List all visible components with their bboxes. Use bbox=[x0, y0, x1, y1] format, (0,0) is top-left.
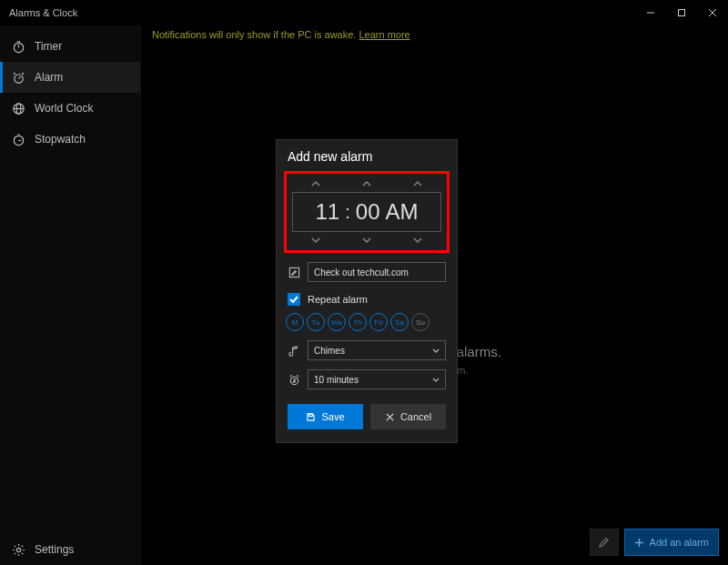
snooze-icon bbox=[288, 373, 300, 386]
time-colon: : bbox=[345, 202, 350, 223]
timer-icon bbox=[11, 39, 25, 54]
svg-line-8 bbox=[18, 76, 20, 78]
repeat-label: Repeat alarm bbox=[308, 294, 368, 305]
sidebar-item-label: Alarm bbox=[35, 71, 63, 84]
minimize-button[interactable] bbox=[635, 0, 666, 25]
close-button[interactable] bbox=[697, 0, 728, 25]
ampm-down[interactable] bbox=[399, 234, 436, 247]
add-alarm-dialog: Add new alarm 11 : 00 AM bbox=[276, 139, 458, 443]
sidebar: Timer Alarm World Clock Stopwatch Settin… bbox=[0, 25, 141, 565]
sound-select[interactable]: Chimes bbox=[308, 340, 446, 360]
day-thu[interactable]: Th bbox=[349, 313, 367, 331]
chevron-down-icon bbox=[432, 348, 440, 353]
edit-alarms-button[interactable] bbox=[590, 529, 619, 556]
svg-point-17 bbox=[16, 548, 20, 551]
svg-rect-23 bbox=[309, 413, 313, 416]
chevron-down-icon bbox=[432, 378, 440, 382]
day-tue[interactable]: Tu bbox=[307, 313, 325, 331]
save-icon bbox=[306, 412, 316, 422]
sidebar-item-label: Settings bbox=[35, 543, 74, 556]
hour-value: 11 bbox=[316, 199, 340, 225]
day-wed[interactable]: We bbox=[328, 313, 346, 331]
plus-icon bbox=[634, 538, 644, 548]
svg-line-22 bbox=[297, 375, 298, 376]
sidebar-item-settings[interactable]: Settings bbox=[0, 534, 140, 565]
hour-down[interactable] bbox=[298, 234, 334, 247]
stopwatch-icon bbox=[11, 132, 25, 146]
gear-icon bbox=[11, 542, 25, 557]
svg-line-21 bbox=[289, 375, 291, 376]
hour-up[interactable] bbox=[298, 177, 334, 190]
snooze-select[interactable]: 10 minutes bbox=[308, 369, 446, 389]
alarm-name-input[interactable]: Check out techcult.com bbox=[308, 262, 446, 282]
day-fri[interactable]: Fri bbox=[369, 313, 388, 331]
add-alarm-button[interactable]: Add an alarm bbox=[624, 529, 719, 556]
notification-banner: Notifications will only show if the PC i… bbox=[152, 29, 410, 40]
day-picker: M Tu We Th Fri Sa Su bbox=[277, 306, 457, 331]
day-sat[interactable]: Sa bbox=[390, 313, 409, 331]
window-controls bbox=[635, 0, 728, 25]
minute-value: 00 bbox=[356, 199, 380, 225]
sidebar-item-world-clock[interactable]: World Clock bbox=[0, 93, 140, 124]
pencil-icon bbox=[598, 537, 610, 549]
sidebar-item-timer[interactable]: Timer bbox=[0, 31, 140, 62]
music-note-icon bbox=[288, 344, 300, 357]
svg-line-10 bbox=[22, 72, 24, 74]
bottom-actions: Add an alarm bbox=[590, 529, 719, 556]
titlebar: Alarms & Clock bbox=[0, 0, 728, 25]
time-picker-highlight: 11 : 00 AM bbox=[284, 171, 450, 253]
notice-learn-more-link[interactable]: Learn more bbox=[359, 29, 410, 40]
svg-rect-1 bbox=[679, 10, 685, 16]
minute-down[interactable] bbox=[349, 234, 385, 247]
cancel-button[interactable]: Cancel bbox=[370, 404, 446, 429]
sidebar-item-stopwatch[interactable]: Stopwatch bbox=[0, 124, 140, 155]
maximize-button[interactable] bbox=[666, 0, 697, 25]
minute-up[interactable] bbox=[349, 177, 385, 190]
notice-text: Notifications will only show if the PC i… bbox=[152, 29, 356, 40]
main-content: Notifications will only show if the PC i… bbox=[141, 25, 728, 565]
sidebar-item-label: Timer bbox=[35, 40, 62, 53]
day-sun[interactable]: Su bbox=[411, 313, 430, 331]
ampm-up[interactable] bbox=[399, 177, 436, 190]
globe-icon bbox=[11, 101, 25, 116]
svg-line-9 bbox=[13, 72, 15, 74]
save-button[interactable]: Save bbox=[288, 404, 363, 429]
pencil-box-icon bbox=[288, 266, 300, 278]
repeat-checkbox[interactable] bbox=[288, 293, 300, 306]
day-mon[interactable]: M bbox=[286, 313, 304, 331]
close-icon bbox=[385, 412, 395, 422]
app-title: Alarms & Clock bbox=[9, 7, 635, 18]
sidebar-item-label: World Clock bbox=[35, 102, 93, 115]
ampm-value: AM bbox=[385, 199, 418, 225]
sidebar-item-label: Stopwatch bbox=[35, 133, 86, 146]
dialog-title: Add new alarm bbox=[277, 140, 457, 171]
alarm-icon bbox=[11, 70, 25, 85]
sidebar-item-alarm[interactable]: Alarm bbox=[0, 62, 140, 93]
time-display[interactable]: 11 : 00 AM bbox=[292, 192, 441, 232]
svg-rect-18 bbox=[289, 267, 298, 277]
